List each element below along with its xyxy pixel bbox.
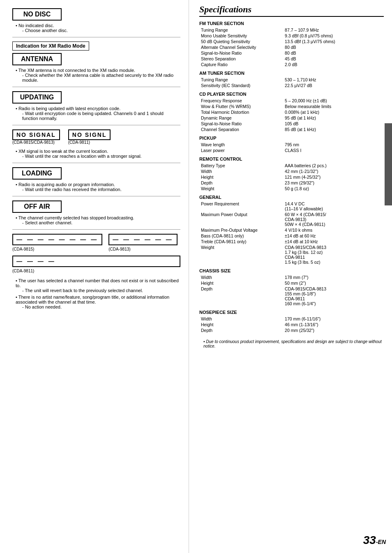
off-air-bullet-1: The channel currently selected has stopp… xyxy=(16,215,180,225)
divider-3 xyxy=(12,125,180,125)
table-row: Bass (CDA-9811 only)±14 dB at 60 Hz xyxy=(199,233,384,239)
no-signal-label: (CDA-9815/CDA-9813) xyxy=(12,140,60,145)
table-row: Sensitivity (IEC Standard)22.5 µV/27 dB xyxy=(199,83,384,88)
antenna-bullet-1: The XM antenna is not connected to the X… xyxy=(16,68,180,83)
table-row: Capture Ratio2.0 dB xyxy=(199,62,384,67)
table-row: Battery TypeAAA batteries (2 pcs.) xyxy=(199,163,384,168)
table-row: Channel Separation85 dB (at 1 kHz) xyxy=(199,127,384,132)
table-row: 50 dB Quieting Sensitivity13.5 dBf (1.3 … xyxy=(199,39,384,44)
no-signl-label: (CDA-9811) xyxy=(68,140,111,145)
remote-control-table: Battery TypeAAA batteries (2 pcs.) Width… xyxy=(199,163,384,191)
table-row: Weight CDA-9815/CDA-9813 1.7 kg (3 lbs. … xyxy=(199,244,384,265)
table-row: Height46 mm (1-13/16") xyxy=(199,322,384,327)
off-air-bullets: The channel currently selected has stopp… xyxy=(12,215,180,225)
divider-5 xyxy=(12,196,180,196)
dashes-bullet-2: There is no artist name/feature, song/pr… xyxy=(16,295,180,309)
divider-1 xyxy=(12,37,180,37)
loading-bullet-1: Radio is acquiring audio or program info… xyxy=(16,182,180,192)
pickup-header: PICKUP xyxy=(199,136,384,141)
page-number: 33-EN xyxy=(363,534,386,547)
chassis-size-table: Width178 mm (7") Height50 mm (2") Depth … xyxy=(199,274,384,306)
pickup-table: Wave length795 nm Laser powerCLASS I xyxy=(199,142,384,153)
dashes-bullets: The user has selected a channel number t… xyxy=(12,278,180,309)
no-signal-section: NO SIGNAL (CDA-9815/CDA-9813) NO SIGNL (… xyxy=(12,129,180,159)
divider-6 xyxy=(12,229,180,230)
table-row: Total Harmonic Distortion0.008% (at 1 kH… xyxy=(199,109,384,115)
updating-bullet-1: Radio is being updated with latest encry… xyxy=(16,106,180,121)
left-column: NO DISC No indicated disc. Choose anothe… xyxy=(0,0,189,553)
cd-player-table: Frequency Response5 – 20,000 Hz (±1 dB) … xyxy=(199,98,384,132)
no-disc-bullets: No indicated disc. Choose another disc. xyxy=(12,23,180,33)
fm-tuner-table: Tuning Range87.7 – 107.9 MHz Mono Usable… xyxy=(199,27,384,67)
table-row: Stereo Separation45 dB xyxy=(199,56,384,62)
off-air-section: OFF AIR The channel currently selected h… xyxy=(12,200,180,225)
dashes-9811-label: (CDA-9811) xyxy=(12,269,180,273)
table-row: Alternate Channel Selectivity80 dB xyxy=(199,44,384,50)
dashes-9815: — — — — — — — — xyxy=(12,234,102,245)
table-row: Maximum Pre-Output Voltage4 V/10 k ohms xyxy=(199,227,384,233)
table-row: Dynamic Range95 dB (at 1 kHz) xyxy=(199,115,384,121)
right-column: Specifications FM TUNER SECTION Tuning R… xyxy=(189,0,392,553)
no-signal-bullets: XM signal is too weak at the current loc… xyxy=(12,149,180,159)
dashes-row-top: — — — — — — — — (CDA-9815) — — — — — — (… xyxy=(12,234,180,254)
antenna-bullets: The XM antenna is not connected to the X… xyxy=(12,68,180,83)
divider-4 xyxy=(12,163,180,163)
table-row: Width178 mm (7") xyxy=(199,274,384,280)
table-row: Laser powerCLASS I xyxy=(199,147,384,153)
dashes-9811: — — — — xyxy=(12,256,180,267)
fm-tuner-header: FM TUNER SECTION xyxy=(199,21,384,26)
updating-bullets: Radio is being updated with latest encry… xyxy=(12,106,180,121)
dashes-group-9811: — — — — (CDA-9811) xyxy=(12,256,180,276)
dashes-9815-label: (CDA-9815) xyxy=(12,247,102,251)
chassis-size-header: CHASSIS SIZE xyxy=(199,268,384,273)
dashes-group-9815: — — — — — — — — (CDA-9815) xyxy=(12,234,102,254)
table-row: Height50 mm (2") xyxy=(199,280,384,286)
table-row: Depth20 mm (25/32") xyxy=(199,327,384,333)
right-tab xyxy=(385,123,392,205)
table-row: Weight50 g (1.8 oz) xyxy=(199,186,384,191)
nosepiece-size-table: Width170 mm (6-11/16") Height46 mm (1-13… xyxy=(199,316,384,333)
no-disc-section: NO DISC No indicated disc. Choose anothe… xyxy=(12,8,180,33)
table-row: Wave length795 nm xyxy=(199,142,384,147)
table-row: Width42 mm (1-21/32") xyxy=(199,168,384,174)
general-header: GENERAL xyxy=(199,195,384,200)
am-tuner-table: Tuning Range530 – 1,710 kHz Sensitivity … xyxy=(199,77,384,88)
spec-title: Specifications xyxy=(199,4,384,17)
am-tuner-header: AM TUNER SECTION xyxy=(199,71,384,76)
table-row: Tuning Range87.7 – 107.9 MHz xyxy=(199,27,384,33)
no-signl-display: NO SIGNL xyxy=(68,129,111,140)
table-row: Depth CDA-9815/CDA-9813 155 mm (6-1/8") … xyxy=(199,286,384,306)
updating-section: UPDATING Radio is being updated with lat… xyxy=(12,91,180,121)
nosepiece-size-header: NOSEPIECE SIZE xyxy=(199,310,384,315)
table-row: Power Requirement 14.4 V DC (11–16 V all… xyxy=(199,201,384,212)
indication-xm-header: Indication for XM Radio Mode xyxy=(12,41,89,51)
antenna-section: ANTENNA The XM antenna is not connected … xyxy=(12,53,180,83)
table-row: Maximum Power Output 60 W × 4 (CDA-9815/… xyxy=(199,212,384,227)
table-row: Tuning Range530 – 1,710 kHz xyxy=(199,77,384,83)
table-row: Signal-to-Noise Ratio80 dB xyxy=(199,50,384,56)
loading-bullets: Radio is acquiring audio or program info… xyxy=(12,182,180,192)
no-signal-row: NO SIGNAL (CDA-9815/CDA-9813) NO SIGNL (… xyxy=(12,129,180,147)
no-disc-bullet-1: No indicated disc. Choose another disc. xyxy=(16,23,180,33)
table-row: Mono Usable Sensitivity9.3 dBf (0.8 µV/7… xyxy=(199,33,384,39)
table-row: Treble (CDA-9811 only)±14 dB at 10 kHz xyxy=(199,239,384,244)
no-signal-display: NO SIGNAL xyxy=(12,129,60,140)
cd-player-header: CD PLAYER SECTION xyxy=(199,92,384,97)
off-air-display: OFF AIR xyxy=(12,200,62,213)
dashes-9813: — — — — — — xyxy=(108,234,177,245)
dashes-section: — — — — — — — — (CDA-9815) — — — — — — (… xyxy=(12,234,180,309)
dashes-bullet-1: The user has selected a channel number t… xyxy=(16,278,180,293)
divider-2 xyxy=(12,87,180,87)
table-row: Wow & Flutter (% WRMS)Below measurable l… xyxy=(199,104,384,109)
footnote: Due to continuous product improvement, s… xyxy=(199,339,384,348)
table-row: Frequency Response5 – 20,000 Hz (±1 dB) xyxy=(199,98,384,104)
antenna-display: ANTENNA xyxy=(12,53,62,65)
table-row: Signal-to-Noise Ratio105 dB xyxy=(199,121,384,127)
dashes-group-9813: — — — — — — (CDA-9813) xyxy=(108,234,177,254)
table-row: Depth23 mm (29/32") xyxy=(199,180,384,186)
remote-control-header: REMOTE CONTROL xyxy=(199,157,384,161)
dashes-9813-label: (CDA-9813) xyxy=(108,247,177,251)
page-suffix: -EN xyxy=(376,539,386,545)
no-disc-display: NO DISC xyxy=(12,8,62,21)
updating-display: UPDATING xyxy=(12,91,62,104)
